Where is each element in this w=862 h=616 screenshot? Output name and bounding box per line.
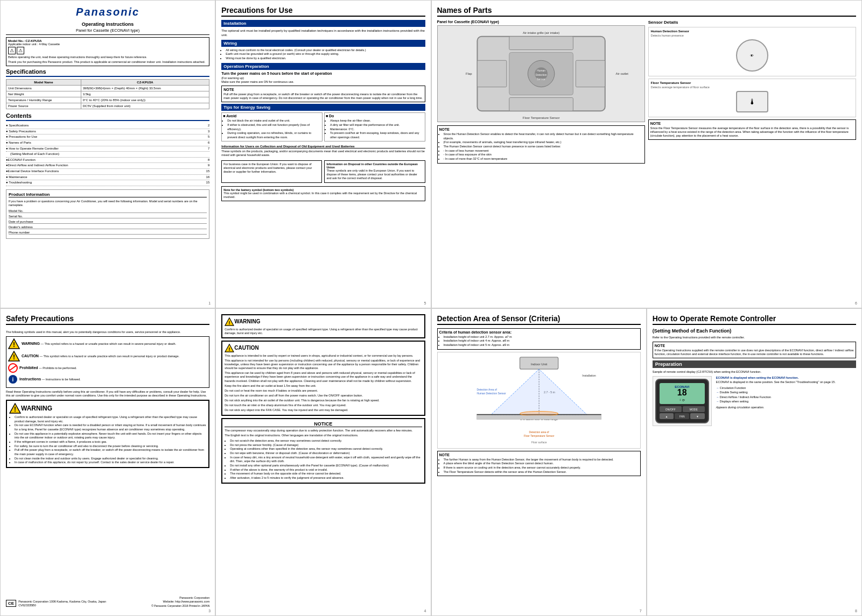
do-list: Always keep the air filter clean. A dirt… <box>326 119 424 139</box>
remote-btn-5[interactable]: ▼ <box>690 413 705 419</box>
detection-note-3: If there is warm source or cooling unit … <box>444 466 639 470</box>
detection-note-2: A place where the blind angle of the Hum… <box>444 462 639 466</box>
spec-col-name: Model Name <box>6 80 81 86</box>
warning-top-text: Confirm to authorized dealer of speciali… <box>225 328 422 335</box>
page-number: 5 <box>424 301 426 305</box>
svg-text:!: ! <box>13 353 15 361</box>
caution-text-5: Do not cool or heat the room too much if… <box>225 389 422 393</box>
cassette-diagram: Air intake grille (air intake) Flap Air … <box>437 25 645 122</box>
svg-text:Air intake grille (air intake): Air intake grille (air intake) <box>522 31 559 34</box>
svg-rect-5 <box>509 98 573 111</box>
detection-note-title: NOTE <box>439 453 639 457</box>
remote-btn-1[interactable]: ON/OFF <box>660 406 682 412</box>
page-subtitle: Panel for Cassette (ECONAVI type) <box>6 28 209 35</box>
fan-indicator: ⟳ <box>682 398 685 402</box>
wiring-item-2: Earth unit must be grounded with a groun… <box>226 52 425 56</box>
floor-sensor-icon: 🌡 <box>736 91 768 112</box>
note-box-1-text: Pull off the power plug from a receptacl… <box>223 93 423 100</box>
warning-icon-small: ⚠ <box>8 47 16 54</box>
old-equip-text: These symbols on the products, packaging… <box>221 150 425 157</box>
remote-functions-list: ECONAVI is displayed when setting the EC… <box>716 376 856 409</box>
names-note-item-2: (For example, movements of animals, swin… <box>444 140 643 145</box>
page-detection-area: Detection Area of Sensor (Criteria) Crit… <box>431 308 647 617</box>
remote-intro: Refer to the Operating Instructions prov… <box>653 336 856 339</box>
page-number: 1 <box>208 301 211 305</box>
contents-item: ●ECONAVI Function8 <box>6 158 209 164</box>
product-info-box: Product Information If you have a proble… <box>6 189 209 239</box>
spec-temp-label: Temperature / Humidity Range <box>6 97 81 103</box>
tips-section-bar: Tips for Energy Saving <box>221 104 425 111</box>
do-item-4: To prevent cool/hot air from escaping, k… <box>330 131 424 139</box>
sample-title: Sample of remote control display (CZ-RTC… <box>653 370 856 374</box>
caution-icon: ! <box>225 344 234 352</box>
specs-table: Model Name CZ-KPU3A Unit Dimensions 398(… <box>6 79 209 109</box>
warning-symbol-text: WARNING — This symbol refers to a hazard… <box>22 342 176 346</box>
svg-text:Installation: Installation <box>582 373 596 377</box>
function-item-3: → Direct Airflow / Indirect Airflow Func… <box>716 395 856 399</box>
other-countries-text: These symbols are only valid in the Euro… <box>326 169 423 180</box>
svg-text:Air outlet: Air outlet <box>615 72 628 75</box>
warning-symbol-box: ! WARNING — This symbol refers to a haza… <box>8 338 207 349</box>
safety-intro: The following symbols used in this manua… <box>6 330 209 334</box>
remote-btn-2[interactable]: MODE <box>683 406 705 412</box>
op-prep-note: (For warming up) <box>221 76 425 80</box>
avoid-item-1: Do not block the air intake and outlet o… <box>227 119 321 123</box>
svg-text:Human Detection Sensor: Human Detection Sensor <box>476 392 506 395</box>
remote-visual-box: ECONAVI 18 ↕ ⟳ ON/OFF MODE <box>653 376 712 426</box>
specs-title: Specifications <box>6 68 209 77</box>
remote-btn-3[interactable]: ▲ <box>660 413 674 419</box>
svg-text:Human: Human <box>537 69 545 72</box>
floor-sensor-box: Floor Temperature Sensor Detects average… <box>648 79 856 117</box>
names-note-title: NOTE <box>439 128 643 131</box>
svg-text:Floor Temperature Sensor: Floor Temperature Sensor <box>522 116 559 119</box>
names-note-item-6: - In case of more than 32°C of room temp… <box>444 157 643 161</box>
warning-triangle-icon: ! <box>8 338 20 349</box>
names-note-right-text: Since the Floor Temperature Sensor measu… <box>650 126 854 138</box>
remote-btn-4[interactable]: FAN <box>675 413 689 419</box>
caution-triangle-icon: ! <box>8 351 20 362</box>
instruct-symbol-text: Instructions — Instructions to be follow… <box>19 377 81 381</box>
do-title: ■ Do <box>326 114 424 118</box>
wiring-item-3: Wiring must be done by a qualified elect… <box>226 56 425 61</box>
warning-header-icon: ! <box>9 403 21 414</box>
warning-title: WARNING <box>21 405 52 412</box>
footer-right: Panasonic Corporation Website: http://ww… <box>151 596 209 607</box>
floor-sensor-label: Floor Temperature Sensor <box>651 81 853 84</box>
contents-title: Contents <box>6 112 209 121</box>
wiring-item-1: All wiring must conform to the local ele… <box>226 48 425 53</box>
page-number: 3 <box>208 609 211 613</box>
svg-text:!: ! <box>229 346 230 352</box>
contents-item: ● Safety Precautions3 <box>6 129 209 135</box>
battery-note-text: This symbol might be used in combination… <box>223 192 423 199</box>
names-left-col: Panel for Cassette (ECONAVI type) <box>437 20 645 165</box>
svg-text:Detection Area of: Detection Area of <box>476 388 497 391</box>
prohibit-symbol-text: Prohibited — Prohibits to be performed. <box>19 366 77 370</box>
notice-text-1: The compressor may occasionally stop dur… <box>225 429 422 433</box>
temp-display: 18 <box>662 388 703 397</box>
remote-sample-layout: ECONAVI 18 ↕ ⟳ ON/OFF MODE <box>653 376 856 426</box>
contents-item: ●External Device Interface Functions15 <box>6 169 209 175</box>
preparation-bar: Preparation <box>653 360 856 368</box>
notice-item-8: The movement of human body on the opposi… <box>230 472 422 476</box>
prohibit-symbol-box: Prohibited — Prohibits to be performed. <box>8 363 207 373</box>
page-number: 4 <box>424 609 426 613</box>
notice-title: NOTICE <box>225 421 422 427</box>
names-grid: Panel for Cassette (ECONAVI type) <box>437 20 857 165</box>
detection-note-list: The further Human is away from the Human… <box>439 458 639 475</box>
svg-text:Floor Temperature Sensor: Floor Temperature Sensor <box>523 434 554 437</box>
detection-diagram: Indoor Unit 2.7 - 5 m 1 m above floor is… <box>437 352 641 449</box>
detection-svg: Indoor Unit 2.7 - 5 m 1 m above floor is… <box>438 352 640 448</box>
remote-subtitle: (Setting Method of Each Function) <box>653 328 856 334</box>
caution-text-9: Do not stick any object into the FAN CAS… <box>225 408 422 412</box>
corp-name: Panasonic Corporation <box>151 596 209 600</box>
detection-note-1: The further Human is away from the Human… <box>444 458 639 462</box>
functions-list: → Circulation Function → Double Swing se… <box>716 386 856 403</box>
display-indicators: ↕ ⟳ <box>662 398 703 402</box>
function-item-2: → Double Swing setting <box>716 390 856 394</box>
instruct-symbol-box: i Instructions — Instructions to be foll… <box>8 374 207 384</box>
warning-item-2: Do not use ECONAVI function when care is… <box>15 423 206 431</box>
svg-text:i: i <box>12 377 14 383</box>
sensor-detail-title: Sensor Details <box>648 20 856 25</box>
remote-note-box: NOTE If the Operating Instructions suppl… <box>653 342 856 358</box>
svg-text:Flap: Flap <box>466 72 472 75</box>
